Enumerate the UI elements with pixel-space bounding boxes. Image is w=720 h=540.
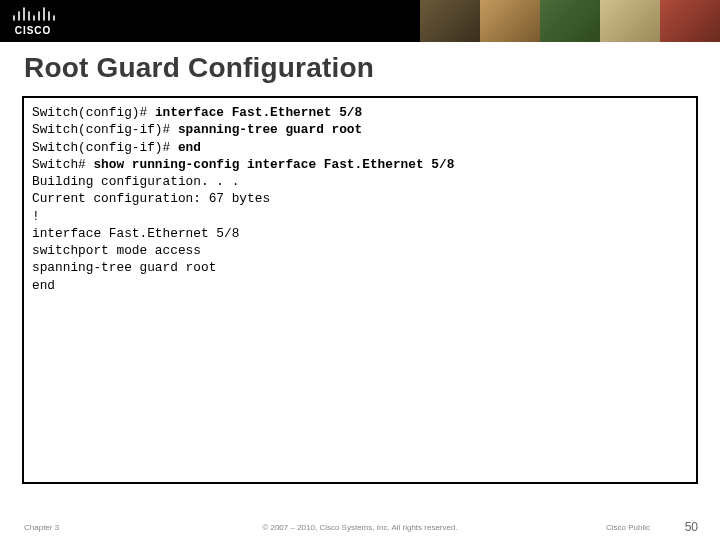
footer-page-number: 50 bbox=[685, 520, 698, 534]
svg-text:CISCO: CISCO bbox=[15, 25, 52, 36]
header-photo-strip bbox=[420, 0, 720, 42]
header-photo bbox=[420, 0, 480, 42]
footer: Chapter 3 © 2007 – 2010, Cisco Systems, … bbox=[0, 516, 720, 534]
header-photo bbox=[600, 0, 660, 42]
code-content: Switch(config)# interface Fast.Ethernet … bbox=[32, 104, 688, 294]
code-block: Switch(config)# interface Fast.Ethernet … bbox=[22, 96, 698, 484]
footer-chapter: Chapter 3 bbox=[24, 523, 59, 532]
footer-copyright: © 2007 – 2010, Cisco Systems, Inc. All r… bbox=[262, 523, 457, 532]
footer-classification: Cisco Public bbox=[606, 523, 650, 532]
slide-title: Root Guard Configuration bbox=[0, 42, 720, 92]
header-photo bbox=[480, 0, 540, 42]
header-photo bbox=[660, 0, 720, 42]
top-bar: CISCO bbox=[0, 0, 720, 42]
header-photo bbox=[540, 0, 600, 42]
cisco-logo: CISCO bbox=[8, 2, 58, 40]
